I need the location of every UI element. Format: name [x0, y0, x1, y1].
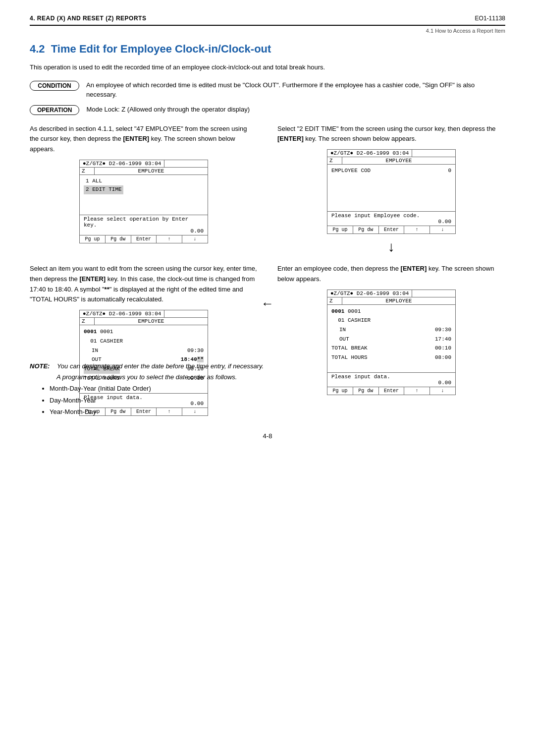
- col-left-bold1: [ENTER]: [123, 135, 149, 142]
- screen-3-title: ●Z/GTZ● D2-06-1999 03:04: [80, 310, 164, 317]
- screen-4-break: TOTAL BREAK 00:10: [331, 344, 451, 353]
- note-label: NOTE:: [30, 362, 50, 370]
- col-right-2: Enter an employee code, then depress the…: [277, 264, 505, 416]
- screen-3-employee: EMPLOYEE: [95, 318, 208, 325]
- screen-4-out: OUT 17:40: [331, 335, 451, 344]
- screen-2-btn-enter[interactable]: Enter: [379, 226, 405, 233]
- screen-4-employee: EMPLOYEE: [342, 297, 455, 304]
- screen-2-emp-code: EMPLOYEE COD 0: [331, 167, 451, 175]
- screen-4-row2: Z EMPLOYEE: [327, 297, 455, 305]
- screen-1-body: 1 ALL 2 EDIT TIME: [80, 175, 208, 215]
- screen-2-z: Z: [327, 157, 342, 164]
- screen-3-row2: Z EMPLOYEE: [80, 318, 208, 325]
- screen-1-title: ●Z/GTZ● D2-06-1999 03:04: [80, 160, 164, 167]
- screen-1-footer: Please select operation by Enter key. 0.…: [80, 215, 208, 235]
- screen-4-in-label: IN: [339, 325, 346, 335]
- two-col-1: As described in section 4.1.1, select "4…: [30, 124, 505, 255]
- screen-1-titlebar: ●Z/GTZ● D2-06-1999 03:04: [80, 160, 208, 168]
- screen-2-amount: 0.00: [331, 219, 451, 225]
- header-right-top: EO1-11138: [475, 15, 505, 22]
- screen-4-break-val: 00:10: [435, 344, 451, 353]
- screen-4-z: Z: [327, 297, 342, 304]
- screen-4-body: 0001 0001 01 CASHIER IN 09:30 OUT 17:40 …: [327, 305, 455, 373]
- screen-1-btn-pgdw[interactable]: Pg dw: [106, 235, 131, 243]
- section-number: 4.2: [30, 43, 45, 55]
- screen-3-in: IN 09:30: [84, 346, 204, 355]
- screen-3-footer: Please input data. 0.00: [80, 393, 208, 407]
- screen-1-btnbar: Pg up Pg dw Enter ↑ ↓: [80, 235, 208, 243]
- screen-4-cashier: 01 CASHIER: [331, 316, 451, 325]
- col-right-text: Select "2 EDIT TIME" from the screen usi…: [277, 124, 505, 145]
- condition-text: An employee of which recorded time is ed…: [86, 80, 505, 100]
- col-right2-text1: Enter an employee code, then depress the: [277, 265, 401, 272]
- screen-2-label: EMPLOYEE COD: [331, 167, 371, 175]
- screen-1-btn-enter[interactable]: Enter: [131, 235, 157, 243]
- col-left2-bold1: [ENTER]: [79, 275, 106, 283]
- screen-4: ●Z/GTZ● D2-06-1999 03:04 Z EMPLOYEE 0001…: [327, 290, 456, 396]
- screen-3-emp: 0001 0001: [84, 327, 204, 337]
- col-right-text1: Select "2 EDIT TIME" from the screen usi…: [277, 125, 496, 132]
- condition-block: CONDITION An employee of which recorded …: [30, 80, 505, 100]
- screen-3-btn-up[interactable]: ↑: [157, 408, 182, 415]
- screen-4-footer-text: Please input data.: [331, 374, 451, 380]
- condition-badge: CONDITION: [30, 81, 79, 91]
- section-title: 4.2 Time Edit for Employee Clock-in/Cloc…: [30, 43, 505, 56]
- screen-2-btnbar: Pg up Pg dw Enter ↑ ↓: [327, 226, 455, 233]
- screen-4-btn-enter[interactable]: Enter: [379, 387, 405, 395]
- screen-4-break-label: TOTAL BREAK: [331, 344, 368, 353]
- screen-4-out-val: 17:40: [435, 335, 451, 344]
- screen-1-line-1: 1 ALL: [84, 177, 204, 186]
- header-left: 4. READ (X) AND RESET (Z) REPORTS: [30, 15, 146, 22]
- screen-3-amount: 0.00: [84, 401, 204, 407]
- screen-1-employee: EMPLOYEE: [95, 168, 208, 174]
- page-header: 4. READ (X) AND RESET (Z) REPORTS EO1-11…: [30, 15, 505, 26]
- page-number: 4-8: [30, 432, 505, 440]
- screen-4-btn-up[interactable]: ↑: [404, 387, 430, 395]
- operation-block: OPERATION Mode Lock: Z (Allowed only thr…: [30, 105, 505, 115]
- screen-3-btn-pgdw[interactable]: Pg dw: [106, 408, 131, 415]
- screen-2-btn-down[interactable]: ↓: [430, 226, 455, 233]
- screen-3-titlebar: ●Z/GTZ● D2-06-1999 03:04: [80, 310, 208, 318]
- page-container: 4. READ (X) AND RESET (Z) REPORTS EO1-11…: [0, 0, 535, 756]
- screen-4-footer: Please input data. 0.00: [327, 372, 455, 387]
- col-right-1: Select "2 EDIT TIME" from the screen usi…: [277, 124, 505, 255]
- screen-1-line-2: 2 EDIT TIME: [84, 185, 123, 194]
- screen-4-hours-label: TOTAL HOURS: [331, 353, 368, 362]
- screen-1: ●Z/GTZ● D2-06-1999 03:04 Z EMPLOYEE 1 AL…: [79, 160, 208, 243]
- screen-1-btn-down[interactable]: ↓: [182, 235, 208, 243]
- screen-4-btn-pgup[interactable]: Pg up: [327, 387, 353, 395]
- screen-2-footer: Please input Employee code. 0.00: [327, 211, 455, 226]
- screen-2-btn-pgup[interactable]: Pg up: [327, 226, 353, 233]
- screen-2-btn-pgdw[interactable]: Pg dw: [353, 226, 379, 233]
- screen-3-z: Z: [80, 318, 95, 325]
- note-text1: You can designate and enter the date bef…: [57, 362, 264, 370]
- screen-4-out-label: OUT: [339, 335, 349, 344]
- screen-4-btn-down[interactable]: ↓: [430, 387, 455, 395]
- section-title-text: Time Edit for Employee Clock-in/Clock-ou…: [51, 43, 271, 55]
- screen-4-amount: 0.00: [331, 380, 451, 386]
- screen-3-in-label: IN: [92, 346, 98, 355]
- screen-1-row2: Z EMPLOYEE: [80, 168, 208, 175]
- screen-2-body: EMPLOYEE COD 0: [327, 165, 455, 211]
- col-left-1: As described in section 4.1.1, select "4…: [30, 124, 258, 255]
- screen-2-employee: EMPLOYEE: [342, 157, 455, 164]
- col-right-text2: key. The screen shown below appears.: [304, 135, 417, 142]
- screen-4-btn-pgdw[interactable]: Pg dw: [353, 387, 379, 395]
- screen-1-btn-pgup[interactable]: Pg up: [80, 235, 106, 243]
- screen-1-btn-up[interactable]: ↑: [157, 235, 182, 243]
- operation-text: Mode Lock: Z (Allowed only through the o…: [86, 105, 505, 115]
- screen-3-in-val: 09:30: [187, 346, 204, 355]
- screen-2-row2: Z EMPLOYEE: [327, 157, 455, 165]
- col-left2-bold2: **: [105, 286, 109, 293]
- arrow-down-1: ↓: [277, 239, 505, 255]
- screen-1-amount: 0.00: [84, 228, 204, 234]
- header-right-bottom: 4.1 How to Access a Report Item: [426, 28, 505, 34]
- screen-4-in-val: 09:30: [435, 325, 451, 335]
- screen-3-btn-enter[interactable]: Enter: [131, 408, 157, 415]
- col-left-text: As described in section 4.1.1, select "4…: [30, 124, 258, 155]
- screen-3-btn-down[interactable]: ↓: [182, 408, 208, 415]
- screen-2-btn-up[interactable]: ↑: [404, 226, 430, 233]
- screen-2-titlebar: ●Z/GTZ● D2-06-1999 03:04: [327, 150, 455, 157]
- screen-4-btnbar: Pg up Pg dw Enter ↑ ↓: [327, 387, 455, 395]
- screen-3-footer-text: Please input data.: [84, 395, 204, 401]
